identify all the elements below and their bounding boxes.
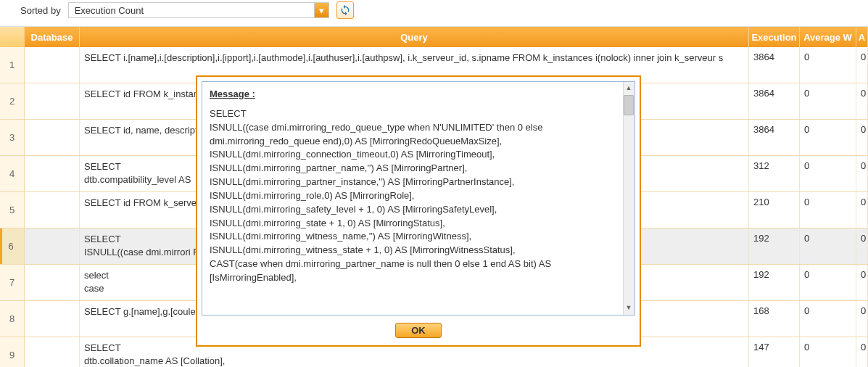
cell-execution: 192	[749, 228, 800, 264]
sorted-by-label: Sorted by	[20, 5, 61, 16]
dialog-body: Message : SELECT ISNULL((case dmi.mirror…	[202, 81, 635, 316]
cell-last: 0	[856, 156, 868, 191]
cell-last: 0	[856, 301, 868, 337]
col-last[interactable]: A	[856, 27, 868, 47]
cell-execution: 147	[749, 337, 800, 367]
cell-average: 0	[800, 120, 856, 155]
row-number: 9	[0, 337, 25, 367]
grid-header: Database Query Execution Average W A	[0, 27, 868, 47]
sort-select[interactable]: Execution Count ▾	[68, 2, 329, 18]
cell-database	[25, 301, 80, 337]
cell-last: 0	[856, 83, 868, 119]
cell-average: 0	[800, 192, 856, 228]
cell-last: 0	[856, 337, 868, 367]
cell-last: 0	[856, 265, 868, 300]
message-dialog: Message : SELECT ISNULL((case dmi.mirror…	[196, 75, 641, 347]
col-query[interactable]: Query	[80, 27, 749, 47]
cell-database	[25, 228, 80, 264]
dialog-text: SELECT ISNULL((case dmi.mirroring_redo_q…	[210, 107, 627, 285]
col-database[interactable]: Database	[25, 27, 80, 47]
row-number: 5	[0, 192, 25, 228]
scroll-thumb[interactable]	[624, 95, 634, 115]
cell-database	[25, 47, 80, 83]
dialog-heading: Message :	[210, 88, 627, 102]
cell-last: 0	[856, 192, 868, 228]
row-number: 1	[0, 47, 25, 83]
cell-database	[25, 265, 80, 300]
cell-last: 0	[856, 228, 868, 264]
cell-execution: 312	[749, 156, 800, 191]
cell-average: 0	[800, 337, 856, 367]
cell-execution: 168	[749, 301, 800, 337]
scroll-up-icon[interactable]: ▲	[624, 83, 634, 94]
scroll-down-icon[interactable]: ▼	[624, 303, 634, 313]
col-execution[interactable]: Execution	[749, 27, 800, 47]
row-number: 2	[0, 83, 25, 119]
cell-database	[25, 120, 80, 155]
cell-execution: 210	[749, 192, 800, 228]
row-number: 4	[0, 156, 25, 191]
row-number: 6	[0, 228, 25, 264]
chevron-down-icon[interactable]: ▾	[314, 3, 328, 17]
cell-average: 0	[800, 156, 856, 191]
row-number: 3	[0, 120, 25, 155]
cell-average: 0	[800, 47, 856, 83]
cell-average: 0	[800, 228, 856, 264]
cell-average: 0	[800, 83, 856, 119]
refresh-button[interactable]	[336, 1, 354, 19]
col-rownum[interactable]	[0, 27, 25, 47]
dialog-footer: OK	[202, 316, 635, 341]
cell-database	[25, 83, 80, 119]
col-average[interactable]: Average W	[800, 27, 856, 47]
cell-execution: 192	[749, 265, 800, 300]
dialog-scrollbar[interactable]: ▲ ▼	[623, 82, 635, 315]
cell-average: 0	[800, 301, 856, 337]
cell-average: 0	[800, 265, 856, 300]
cell-last: 0	[856, 47, 868, 83]
cell-database	[25, 337, 80, 367]
row-number: 8	[0, 301, 25, 337]
refresh-icon	[339, 4, 351, 16]
cell-execution: 3864	[749, 47, 800, 83]
top-bar: Sorted by Execution Count ▾	[0, 0, 868, 26]
cell-database	[25, 156, 80, 191]
ok-button[interactable]: OK	[395, 323, 442, 338]
cell-last: 0	[856, 120, 868, 155]
cell-execution: 3864	[749, 120, 800, 155]
row-number: 7	[0, 265, 25, 300]
sort-select-value: Execution Count	[75, 5, 144, 16]
cell-database	[25, 192, 80, 228]
cell-execution: 3864	[749, 83, 800, 119]
